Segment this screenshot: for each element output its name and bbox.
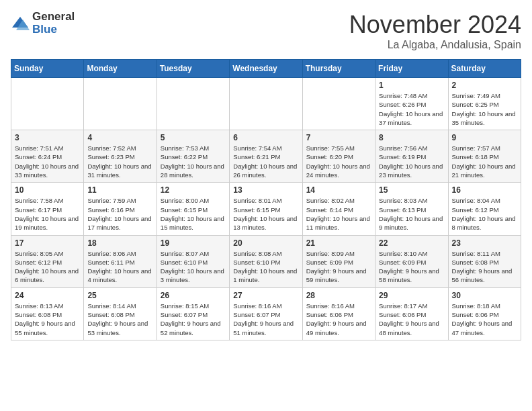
day-info: Sunrise: 8:06 AM Sunset: 6:11 PM Dayligh… (87, 249, 152, 285)
day-number: 2 (452, 81, 517, 90)
day-number: 20 (233, 238, 298, 248)
weekday-header-sunday: Sunday (11, 60, 84, 78)
day-number: 19 (161, 238, 226, 248)
day-number: 1 (379, 81, 444, 90)
day-number: 10 (15, 185, 80, 195)
day-info: Sunrise: 8:04 AM Sunset: 6:12 PM Dayligh… (452, 196, 517, 232)
day-info: Sunrise: 8:07 AM Sunset: 6:10 PM Dayligh… (161, 249, 226, 285)
calendar-week-4: 17Sunrise: 8:05 AM Sunset: 6:12 PM Dayli… (11, 235, 521, 287)
logo-icon (11, 14, 30, 33)
day-info: Sunrise: 8:14 AM Sunset: 6:08 PM Dayligh… (87, 302, 152, 337)
day-info: Sunrise: 8:11 AM Sunset: 6:08 PM Dayligh… (452, 249, 517, 285)
day-number: 26 (161, 291, 226, 300)
day-number: 27 (233, 291, 298, 300)
calendar-cell: 21Sunrise: 8:09 AM Sunset: 6:09 PM Dayli… (302, 235, 375, 287)
logo-blue: Blue (32, 24, 75, 36)
day-number: 25 (87, 291, 152, 300)
calendar-cell: 22Sunrise: 8:10 AM Sunset: 6:09 PM Dayli… (375, 235, 448, 287)
calendar-week-3: 10Sunrise: 7:58 AM Sunset: 6:17 PM Dayli… (11, 183, 521, 235)
day-number: 16 (452, 185, 517, 195)
weekday-header-monday: Monday (84, 60, 157, 78)
logo-general: General (32, 11, 75, 24)
calendar-cell: 7Sunrise: 7:55 AM Sunset: 6:20 PM Daylig… (302, 130, 375, 183)
day-number: 21 (306, 238, 371, 248)
day-number: 23 (452, 238, 517, 248)
day-number: 4 (87, 133, 152, 142)
day-number: 18 (87, 238, 152, 248)
location: La Algaba, Andalusia, Spain (349, 39, 521, 51)
calendar-cell: 2Sunrise: 7:49 AM Sunset: 6:25 PM Daylig… (448, 78, 521, 130)
day-info: Sunrise: 7:52 AM Sunset: 6:23 PM Dayligh… (87, 144, 152, 179)
weekday-header-wednesday: Wednesday (230, 60, 302, 78)
weekday-header-thursday: Thursday (302, 60, 375, 78)
day-number: 17 (15, 238, 80, 248)
calendar-cell: 19Sunrise: 8:07 AM Sunset: 6:10 PM Dayli… (157, 235, 229, 287)
calendar-week-1: 1Sunrise: 7:48 AM Sunset: 6:26 PM Daylig… (11, 78, 521, 130)
calendar-cell: 17Sunrise: 8:05 AM Sunset: 6:12 PM Dayli… (11, 235, 84, 287)
calendar-cell: 20Sunrise: 8:08 AM Sunset: 6:10 PM Dayli… (230, 235, 302, 287)
weekday-header-tuesday: Tuesday (157, 60, 229, 78)
day-number: 5 (161, 133, 226, 142)
day-number: 6 (233, 133, 298, 142)
day-info: Sunrise: 7:54 AM Sunset: 6:21 PM Dayligh… (233, 144, 298, 179)
day-number: 24 (15, 291, 80, 300)
day-number: 22 (379, 238, 444, 248)
calendar-cell: 28Sunrise: 8:16 AM Sunset: 6:06 PM Dayli… (302, 287, 375, 340)
weekday-header-saturday: Saturday (448, 60, 521, 78)
day-info: Sunrise: 8:08 AM Sunset: 6:10 PM Dayligh… (233, 249, 298, 285)
day-info: Sunrise: 8:16 AM Sunset: 6:07 PM Dayligh… (233, 302, 298, 337)
day-info: Sunrise: 7:59 AM Sunset: 6:16 PM Dayligh… (87, 196, 152, 232)
calendar-cell: 16Sunrise: 8:04 AM Sunset: 6:12 PM Dayli… (448, 183, 521, 235)
day-info: Sunrise: 8:10 AM Sunset: 6:09 PM Dayligh… (379, 249, 444, 285)
calendar-cell: 15Sunrise: 8:03 AM Sunset: 6:13 PM Dayli… (375, 183, 448, 235)
day-number: 29 (379, 291, 444, 300)
calendar-cell: 8Sunrise: 7:56 AM Sunset: 6:19 PM Daylig… (375, 130, 448, 183)
calendar-cell: 5Sunrise: 7:53 AM Sunset: 6:22 PM Daylig… (157, 130, 229, 183)
day-info: Sunrise: 8:13 AM Sunset: 6:08 PM Dayligh… (15, 302, 80, 337)
day-info: Sunrise: 8:05 AM Sunset: 6:12 PM Dayligh… (15, 249, 80, 285)
day-info: Sunrise: 8:17 AM Sunset: 6:06 PM Dayligh… (379, 302, 444, 337)
day-info: Sunrise: 8:02 AM Sunset: 6:14 PM Dayligh… (306, 196, 371, 232)
calendar-cell: 11Sunrise: 7:59 AM Sunset: 6:16 PM Dayli… (84, 183, 157, 235)
calendar-cell: 23Sunrise: 8:11 AM Sunset: 6:08 PM Dayli… (448, 235, 521, 287)
calendar-week-2: 3Sunrise: 7:51 AM Sunset: 6:24 PM Daylig… (11, 130, 521, 183)
day-number: 7 (306, 133, 371, 142)
month-title: November 2024 (349, 11, 521, 39)
calendar-cell: 9Sunrise: 7:57 AM Sunset: 6:18 PM Daylig… (448, 130, 521, 183)
day-number: 14 (306, 185, 371, 195)
day-number: 28 (306, 291, 371, 300)
calendar-cell: 10Sunrise: 7:58 AM Sunset: 6:17 PM Dayli… (11, 183, 84, 235)
calendar: SundayMondayTuesdayWednesdayThursdayFrid… (11, 59, 521, 340)
day-info: Sunrise: 8:16 AM Sunset: 6:06 PM Dayligh… (306, 302, 371, 337)
calendar-header-row: SundayMondayTuesdayWednesdayThursdayFrid… (11, 60, 521, 78)
day-info: Sunrise: 8:01 AM Sunset: 6:15 PM Dayligh… (233, 196, 298, 232)
day-number: 12 (161, 185, 226, 195)
day-number: 30 (452, 291, 517, 300)
day-info: Sunrise: 7:56 AM Sunset: 6:19 PM Dayligh… (379, 144, 444, 179)
weekday-header-friday: Friday (375, 60, 448, 78)
calendar-cell (11, 78, 84, 130)
calendar-cell: 27Sunrise: 8:16 AM Sunset: 6:07 PM Dayli… (230, 287, 302, 340)
day-number: 3 (15, 133, 80, 142)
calendar-cell: 25Sunrise: 8:14 AM Sunset: 6:08 PM Dayli… (84, 287, 157, 340)
day-info: Sunrise: 8:00 AM Sunset: 6:15 PM Dayligh… (161, 196, 226, 232)
day-number: 11 (87, 185, 152, 195)
calendar-cell: 1Sunrise: 7:48 AM Sunset: 6:26 PM Daylig… (375, 78, 448, 130)
calendar-cell: 3Sunrise: 7:51 AM Sunset: 6:24 PM Daylig… (11, 130, 84, 183)
calendar-cell: 29Sunrise: 8:17 AM Sunset: 6:06 PM Dayli… (375, 287, 448, 340)
day-info: Sunrise: 7:58 AM Sunset: 6:17 PM Dayligh… (15, 196, 80, 232)
calendar-cell: 6Sunrise: 7:54 AM Sunset: 6:21 PM Daylig… (230, 130, 302, 183)
day-number: 8 (379, 133, 444, 142)
calendar-cell (230, 78, 302, 130)
logo-text: General Blue (32, 11, 75, 36)
calendar-cell: 24Sunrise: 8:13 AM Sunset: 6:08 PM Dayli… (11, 287, 84, 340)
day-info: Sunrise: 7:51 AM Sunset: 6:24 PM Dayligh… (15, 144, 80, 179)
calendar-cell (84, 78, 157, 130)
day-number: 13 (233, 185, 298, 195)
day-info: Sunrise: 7:57 AM Sunset: 6:18 PM Dayligh… (452, 144, 517, 179)
calendar-cell (157, 78, 229, 130)
calendar-cell (302, 78, 375, 130)
calendar-cell: 13Sunrise: 8:01 AM Sunset: 6:15 PM Dayli… (230, 183, 302, 235)
day-info: Sunrise: 8:15 AM Sunset: 6:07 PM Dayligh… (161, 302, 226, 337)
day-info: Sunrise: 8:09 AM Sunset: 6:09 PM Dayligh… (306, 249, 371, 285)
